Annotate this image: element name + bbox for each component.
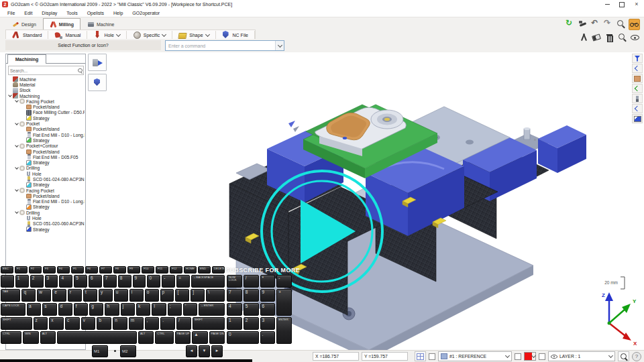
- key-f5[interactable]: F5: [71, 266, 84, 274]
- key-c[interactable]: c: [65, 317, 80, 330]
- key-num-9[interactable]: 9: [260, 289, 276, 302]
- key-esc[interactable]: ESC: [1, 266, 13, 274]
- key-e[interactable]: e: [52, 289, 66, 302]
- key-blank[interactable]: ▲: [192, 331, 207, 344]
- key-0[interactable]: 0: [147, 275, 160, 288]
- shape-button[interactable]: Shape: [172, 31, 215, 40]
- pocket-panel-button[interactable]: [632, 74, 643, 83]
- nc-shield-button[interactable]: [88, 74, 107, 91]
- key-3[interactable]: 3: [45, 275, 58, 288]
- zoom-search-button[interactable]: [616, 19, 626, 29]
- tree-item[interactable]: Stock: [7, 88, 85, 93]
- filter-button[interactable]: [632, 54, 643, 63]
- key-q[interactable]: q: [21, 289, 36, 302]
- key-num-blank[interactable]: .: [260, 331, 276, 344]
- key-num-enter[interactable]: ENTER: [276, 317, 292, 344]
- key-blank[interactable]: [: [175, 289, 189, 302]
- standard-button[interactable]: Standard: [6, 31, 48, 40]
- key-v[interactable]: v: [81, 317, 96, 330]
- key-p[interactable]: p: [160, 289, 174, 302]
- key-f1[interactable]: F1: [15, 266, 28, 274]
- key-delete[interactable]: DELETE: [212, 266, 225, 274]
- key-k[interactable]: k: [136, 303, 150, 316]
- specific-button[interactable]: Specific: [127, 31, 173, 40]
- redo-button[interactable]: [603, 19, 613, 29]
- tree-item[interactable]: Material: [7, 82, 85, 87]
- tree-item[interactable]: Face Milling Cutter - D50.F09: [7, 110, 85, 115]
- key-blank[interactable]: .: [160, 317, 175, 330]
- key-t[interactable]: t: [83, 289, 97, 302]
- key-blank[interactable]: /: [176, 317, 191, 330]
- grip-tool-button[interactable]: [578, 19, 588, 29]
- tree-item[interactable]: Strategy: [7, 115, 85, 121]
- key-arrow-blank[interactable]: ▼: [199, 345, 210, 357]
- tab-machine[interactable]: Machine: [80, 18, 121, 29]
- key-f[interactable]: f: [74, 303, 88, 316]
- simulation-button[interactable]: [88, 54, 107, 71]
- key-end[interactable]: END: [198, 266, 211, 274]
- menu-file[interactable]: File: [3, 11, 19, 15]
- tree-search-box[interactable]: [8, 66, 84, 75]
- command-dropdown-button[interactable]: [275, 41, 284, 50]
- key-z[interactable]: z: [34, 317, 48, 330]
- tab-milling[interactable]: Milling: [43, 18, 80, 29]
- key-u[interactable]: u: [114, 289, 128, 302]
- key-blank[interactable]: -: [162, 275, 175, 288]
- menu-edit[interactable]: Edit: [19, 11, 37, 15]
- tab-design[interactable]: Design: [5, 18, 43, 29]
- key-b[interactable]: b: [97, 317, 111, 330]
- key-f12[interactable]: F12: [170, 266, 182, 274]
- tree-item[interactable]: Pocket+Contour: [7, 143, 85, 149]
- tree-item[interactable]: Strategy: [7, 137, 85, 143]
- tree-item[interactable]: Drilling: [7, 166, 85, 171]
- key-f4[interactable]: F4: [57, 266, 70, 274]
- layer-checkbox[interactable]: [539, 353, 545, 360]
- key-num-num-lock[interactable]: NUM LOCK: [227, 275, 242, 288]
- tool-panel-button[interactable]: [632, 94, 643, 103]
- key-9[interactable]: 9: [133, 275, 146, 288]
- key-4[interactable]: 4: [59, 275, 72, 288]
- help-button[interactable]: [632, 352, 641, 361]
- key-blank[interactable]: ': [183, 303, 197, 316]
- tree-item[interactable]: Pocket/Island: [7, 149, 85, 154]
- color-swatch[interactable]: [524, 352, 536, 361]
- grid-plane-button[interactable]: [415, 351, 426, 361]
- undo-button[interactable]: [590, 19, 600, 29]
- command-combobox[interactable]: Enter a command: [165, 40, 284, 51]
- tree-item[interactable]: Machining: [7, 93, 85, 99]
- key-num-3[interactable]: 3: [260, 317, 276, 330]
- tree-item[interactable]: Strategy: [7, 182, 85, 188]
- key-backspace[interactable]: ←BACKSPACE: [191, 275, 225, 288]
- key-num-2[interactable]: 2: [244, 317, 259, 330]
- key-home[interactable]: HOME: [184, 266, 197, 274]
- tree-item[interactable]: Hole: [7, 171, 85, 176]
- manual-button[interactable]: Manual: [48, 31, 87, 40]
- collapse-tool-button[interactable]: [632, 84, 643, 93]
- key-num-4[interactable]: 4: [227, 303, 242, 316]
- key-f2[interactable]: F2: [29, 266, 42, 274]
- key-page-dn[interactable]: PAGE DN: [209, 331, 225, 344]
- menu-display[interactable]: Display: [37, 11, 62, 15]
- key-blank[interactable]: ]: [191, 289, 205, 302]
- tree-item[interactable]: Flat End Mill - D10 - Long.F05: [7, 132, 85, 137]
- reference-checkbox[interactable]: [429, 353, 435, 360]
- key-f6[interactable]: F6: [85, 266, 98, 274]
- key-n[interactable]: n: [113, 317, 127, 330]
- key-enter[interactable]: ←ENTER: [199, 303, 225, 316]
- maximize-button[interactable]: [614, 0, 629, 9]
- key-m[interactable]: m: [129, 317, 144, 330]
- zoom-window-button[interactable]: [617, 32, 627, 42]
- expand-chevron-icon[interactable]: [15, 188, 19, 192]
- key-caps-lock[interactable]: CAPS LOCK: [1, 303, 25, 316]
- key-ctrl[interactable]: CTRL: [155, 331, 173, 344]
- key-page-up[interactable]: PAGE UP: [175, 331, 191, 344]
- visibility-button[interactable]: [630, 32, 640, 42]
- key-shift[interactable]: SHIFT: [1, 317, 32, 330]
- key-f9[interactable]: F9: [127, 266, 140, 274]
- tree-item[interactable]: Machine: [7, 76, 85, 82]
- key-i[interactable]: i: [129, 289, 144, 302]
- tree-item[interactable]: Strategy: [7, 227, 85, 232]
- key-d[interactable]: d: [58, 303, 72, 316]
- key-w[interactable]: w: [37, 289, 51, 302]
- key-arrow-blank[interactable]: ◄: [186, 345, 197, 357]
